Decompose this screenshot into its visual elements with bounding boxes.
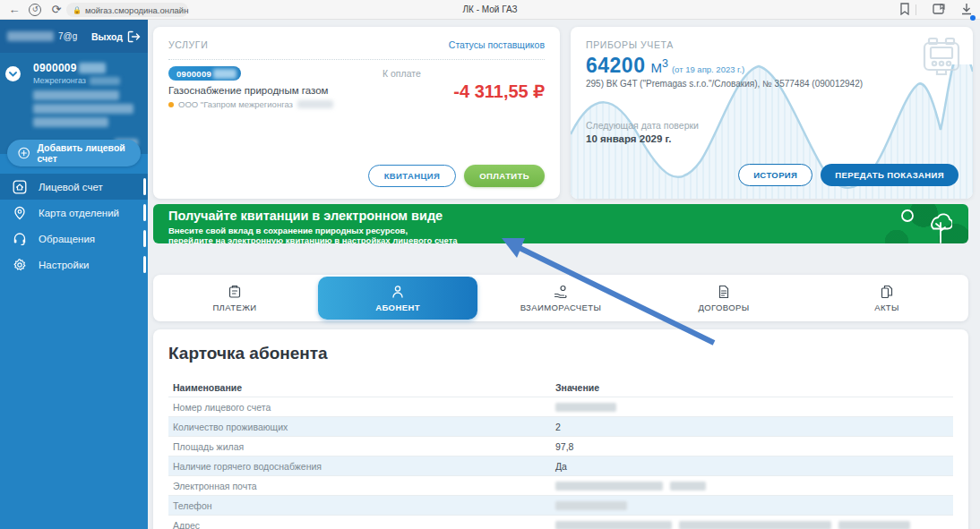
- email-redacted: [7, 31, 54, 41]
- payments-icon: [228, 285, 242, 299]
- sidebar-item-label: Настройки: [39, 260, 89, 270]
- due-label: К оплате: [383, 68, 421, 79]
- logout-button[interactable]: Выход: [91, 30, 141, 43]
- section-tabs: ПЛАТЕЖИ АБОНЕНТ ВЗАИМОРАСЧЕТЫ ДОГОВОРЫ А…: [153, 275, 968, 321]
- redacted-value: [838, 521, 910, 529]
- sidebar-item-account[interactable]: Лицевой счет: [0, 174, 148, 200]
- divider: [168, 59, 545, 60]
- provider-redacted: [90, 77, 120, 85]
- receipt-button[interactable]: КВИТАНЦИЯ: [368, 165, 457, 187]
- plus-circle-icon: [18, 146, 30, 160]
- tab-abonent[interactable]: АБОНЕНТ: [318, 277, 477, 320]
- redacted-value: [555, 403, 616, 412]
- redacted-value: [555, 482, 663, 491]
- gear-icon: [13, 258, 27, 272]
- sidebar-menu: Лицевой счет Карта отделений Обращения Н…: [0, 174, 148, 277]
- banner-line2: перейдите на электронную квитанцию в нас…: [168, 235, 458, 243]
- submit-readings-button[interactable]: ПЕРЕДАТЬ ПОКАЗАНИЯ: [821, 164, 959, 186]
- abonent-table: Наименование Значение Номер лицевого сче…: [168, 378, 953, 529]
- gas-meter-icon: [921, 36, 962, 79]
- table-row: Площадь жилая 97,8: [168, 437, 953, 456]
- supplier-statuses-link[interactable]: Статусы поставщиков: [449, 39, 545, 50]
- sidebar: 7@g Выход 0900009 Межрегионгаз Добавить …: [0, 20, 148, 529]
- downloads-icon[interactable]: [960, 3, 973, 19]
- table-row: Телефон: [168, 496, 953, 516]
- sidebar-item-settings[interactable]: Настройки: [0, 252, 148, 277]
- account-number-redacted: [79, 63, 106, 73]
- bookmark-icon[interactable]: [899, 3, 910, 19]
- sidebar-item-label: Обращения: [39, 234, 95, 244]
- meters-card: ПРИБОРЫ УЧЕТА 64200М3(от 19 апр. 2023 г.…: [571, 27, 973, 199]
- toolbar-divider: [916, 4, 916, 15]
- table-row: Электронная почта: [168, 476, 953, 496]
- menu-edge-bar: [143, 178, 146, 195]
- collections-icon[interactable]: [933, 3, 946, 19]
- history-button[interactable]: ИСТОРИЯ: [738, 164, 812, 186]
- email-visible-part: 7@g: [58, 31, 77, 41]
- tab-payments[interactable]: ПЛАТЕЖИ: [153, 275, 316, 321]
- table-header-row: Наименование Значение: [168, 378, 953, 397]
- redacted-value: [555, 501, 627, 510]
- pay-button[interactable]: ОПЛАТИТЬ: [464, 165, 545, 187]
- meter-details: 295) ВК G4T ("Premagas s.r.o."/Словакия)…: [586, 79, 863, 89]
- browser-toolbar: ← ↺ ⟳ 🔒 мойгаз.смородина.онлайн ЛК - Мой…: [0, 0, 980, 20]
- banner-line1: Внесите свой вклад в сохранение природны…: [168, 226, 408, 235]
- chevron-down-icon: [9, 72, 17, 77]
- address-redacted-line: [33, 117, 108, 127]
- person-icon: [391, 285, 405, 299]
- redacted-value: [670, 482, 706, 491]
- badge-redacted: [213, 69, 236, 79]
- tab-settlements[interactable]: ВЗАИМОРАСЧЕТЫ: [479, 275, 642, 321]
- services-card: УСЛУГИ Статусы поставщиков 0900009 Газос…: [153, 27, 560, 199]
- copy-documents-icon: [880, 285, 894, 299]
- meters-card-title: ПРИБОРЫ УЧЕТА: [586, 39, 674, 50]
- sidebar-item-requests[interactable]: Обращения: [0, 226, 148, 252]
- abonent-card-title: Карточка абонента: [168, 344, 328, 363]
- provider-tail-redacted: [297, 100, 333, 108]
- document-icon: [717, 285, 731, 299]
- address-redacted-line: [33, 90, 119, 100]
- hand-coin-icon: [554, 285, 568, 299]
- address-redacted-line: [33, 104, 133, 114]
- table-row: Адрес: [168, 516, 953, 529]
- service-account-badge[interactable]: 0900009: [168, 66, 241, 81]
- meter-reading: 64200М3(от 19 апр. 2023 г.): [586, 54, 744, 78]
- service-name: Газоснабжение природным газом: [168, 85, 328, 96]
- meter-value: 64200: [586, 54, 645, 77]
- sidebar-item-map[interactable]: Карта отделений: [0, 200, 148, 226]
- menu-edge-bar: [143, 230, 146, 247]
- logout-icon: [127, 30, 141, 43]
- logout-label: Выход: [91, 31, 123, 42]
- reading-date: (от 19 апр. 2023 г.): [672, 64, 744, 74]
- table-row: Количество проживающих 2: [168, 417, 953, 437]
- add-account-button[interactable]: Добавить лицевой счет: [7, 140, 141, 166]
- account-expand-button[interactable]: [5, 66, 21, 81]
- banner-title: Получайте квитанции в электронном виде: [168, 209, 443, 223]
- menu-edge-bar: [143, 256, 146, 273]
- tab-contracts[interactable]: ДОГОВОРЫ: [642, 275, 805, 321]
- account-provider: Межрегионгаз: [33, 76, 86, 85]
- location-pin-icon: [13, 206, 27, 220]
- tab-acts[interactable]: АКТЫ: [805, 275, 968, 321]
- add-account-label: Добавить лицевой счет: [37, 142, 130, 164]
- home-icon: [13, 180, 27, 194]
- download-badge: [970, 15, 976, 21]
- table-row: Номер лицевого счета: [168, 397, 953, 417]
- service-provider: ООО "Газпром межрегионгаз: [168, 99, 333, 109]
- services-card-title: УСЛУГИ: [168, 39, 208, 50]
- status-dot: [168, 102, 174, 107]
- amount-due: -4 311,55 ₽: [453, 81, 545, 102]
- next-check-label: Следующая дата поверки: [586, 120, 699, 131]
- account-number: 0900009: [33, 62, 77, 74]
- e-receipt-banner[interactable]: Получайте квитанции в электронном виде В…: [153, 204, 968, 243]
- sidebar-item-label: Карта отделений: [39, 208, 119, 218]
- page-title-bar: ЛК - Мой ГАЗ: [0, 4, 980, 14]
- redacted-value: [555, 521, 672, 529]
- menu-edge-bar: [143, 204, 146, 221]
- abonent-card: Карточка абонента Наименование Значение …: [153, 329, 968, 529]
- tree-icon: [897, 208, 952, 243]
- redacted-value: [679, 521, 831, 529]
- sidebar-item-label: Лицевой счет: [39, 182, 103, 192]
- next-check-date: 10 января 2029 г.: [586, 133, 671, 144]
- headset-icon: [13, 232, 27, 246]
